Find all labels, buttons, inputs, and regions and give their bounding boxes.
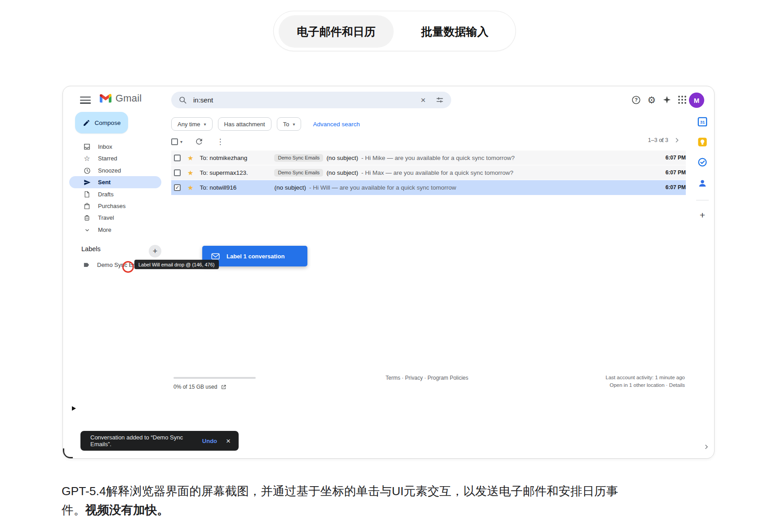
subject: (no subject) — [326, 169, 358, 176]
more-options-icon[interactable]: ⋮ — [216, 137, 225, 146]
snippet: - Hi Will — are you available for a quic… — [309, 184, 456, 191]
chip-any-time[interactable]: Any time ▾ — [171, 117, 213, 131]
star-icon[interactable]: ★ — [187, 184, 193, 191]
footer-policies[interactable]: Terms · Privacy · Program Policies — [360, 375, 494, 381]
email-row-3-selected[interactable]: ✓ ★ To: notwill916 (no subject) - Hi Wil… — [171, 180, 686, 195]
sparkle-icon[interactable] — [662, 95, 672, 105]
star-icon[interactable]: ★ — [187, 155, 193, 161]
hamburger-menu-icon[interactable] — [80, 97, 91, 104]
clear-search-icon[interactable]: × — [421, 95, 426, 105]
svg-text:?: ? — [635, 97, 638, 102]
gmail-window: Gmail in:sent × ? ⚙ — [62, 86, 715, 459]
row-checkbox-checked[interactable]: ✓ — [174, 184, 181, 191]
play-cursor-triangle — [72, 406, 76, 411]
apps-grid-icon[interactable] — [678, 95, 688, 105]
luggage-icon — [83, 214, 91, 222]
create-label-button[interactable]: + — [149, 245, 161, 257]
sidebar-item-sent[interactable]: Sent — [69, 176, 161, 188]
recipient: To: notwill916 — [200, 184, 274, 191]
select-dropdown-icon[interactable]: ▾ — [180, 139, 182, 144]
snackbar-toast: Conversation added to “Demo Sync Emails”… — [80, 431, 239, 451]
action-tooltip: Label Will email drop @ (146, 476) — [134, 260, 219, 269]
sidebar-item-more[interactable]: More — [69, 224, 161, 236]
star-outline-icon: ☆ — [83, 155, 91, 162]
older-page-icon[interactable] — [673, 136, 682, 145]
star-icon[interactable]: ★ — [187, 169, 193, 176]
tasks-icon[interactable] — [697, 157, 707, 167]
sidebar-item-snoozed[interactable]: Snoozed — [69, 164, 161, 177]
storage-text: 0% of 15 GB used — [173, 384, 227, 390]
email-row-1[interactable]: ★ To: notmikezhang Demo Sync Emails (no … — [171, 151, 686, 165]
external-link-icon[interactable] — [221, 384, 227, 390]
timestamp: 6:07 PM — [666, 169, 686, 176]
sidebar-item-drafts[interactable]: Drafts — [69, 188, 161, 200]
toggle-option-email-calendar[interactable]: 电子邮件和日历 — [279, 15, 394, 48]
label-chip[interactable]: Demo Sync Emails — [274, 169, 323, 177]
calendar-icon[interactable]: 31 — [697, 117, 707, 127]
list-toolbar: ▾ ⋮ — [171, 134, 225, 149]
toggle-option-batch-data[interactable]: 批量数据输入 — [399, 15, 511, 48]
caption: GPT-5.4解释浏览器界面的屏幕截图，并通过基于坐标的单击与UI元素交互，以发… — [62, 482, 704, 519]
chevron-down-icon: ▾ — [204, 122, 206, 127]
sidebar-item-starred[interactable]: ☆ Starred — [69, 152, 161, 164]
recipient: To: supermax123. — [200, 169, 274, 176]
keep-icon[interactable] — [697, 137, 707, 147]
sidebar-item-purchases[interactable]: Purchases — [69, 200, 161, 212]
page: 电子邮件和日历 批量数据输入 Gmail — [0, 0, 764, 532]
caption-line2: 件。 — [62, 503, 85, 517]
chip-to[interactable]: To ▾ — [277, 117, 302, 131]
send-icon — [83, 178, 91, 186]
subject: (no subject) — [326, 155, 358, 161]
storage-meter — [173, 377, 256, 379]
email-row-2[interactable]: ★ To: supermax123. Demo Sync Emails (no … — [171, 165, 686, 180]
search-filter-chips: Any time ▾ Has attachment To ▾ Advanced … — [171, 117, 360, 131]
pencil-icon — [83, 119, 90, 127]
subject: (no subject) — [274, 184, 306, 191]
select-all-checkbox[interactable] — [171, 138, 178, 145]
settings-gear-icon[interactable]: ⚙ — [647, 95, 657, 105]
gmail-logo: Gmail — [100, 93, 142, 104]
avatar[interactable]: M — [689, 93, 704, 108]
rail-divider — [696, 200, 709, 200]
close-icon[interactable]: × — [226, 437, 231, 445]
gmail-logo-text: Gmail — [115, 93, 142, 104]
recipient: To: notmikezhang — [200, 155, 274, 161]
click-annotation-circle — [122, 261, 134, 273]
refresh-icon[interactable] — [195, 137, 204, 146]
snippet: - Hi Max — are you available for a quick… — [361, 169, 513, 176]
compose-label: Compose — [95, 120, 121, 126]
svg-text:31: 31 — [700, 120, 705, 124]
label-chip[interactable]: Demo Sync Emails — [274, 154, 323, 162]
timestamp: 6:07 PM — [666, 184, 686, 191]
advanced-search-link[interactable]: Advanced search — [313, 121, 360, 128]
caption-line1: GPT-5.4解释浏览器界面的屏幕截图，并通过基于坐标的单击与UI元素交互，以发… — [62, 484, 618, 498]
snippet: - Hi Mike — are you available for a quic… — [361, 155, 515, 161]
corner-mark — [62, 448, 73, 459]
shopping-bag-icon — [83, 202, 91, 210]
search-options-icon[interactable] — [435, 96, 444, 104]
clock-icon — [83, 167, 91, 174]
sidebar-item-inbox[interactable]: Inbox — [69, 141, 161, 153]
sidebar-item-travel[interactable]: Travel — [69, 212, 161, 224]
toast-message: Conversation added to “Demo Sync Emails”… — [90, 434, 191, 448]
view-toggle: 电子邮件和日历 批量数据输入 — [273, 11, 516, 51]
undo-button[interactable]: Undo — [202, 438, 217, 444]
inbox-icon — [83, 143, 91, 151]
contacts-icon[interactable] — [697, 178, 707, 188]
account-activity: Last account activity: 1 minute ago Open… — [606, 374, 685, 389]
caption-line2-bold: 视频没有加快。 — [85, 503, 169, 517]
search-icon[interactable] — [178, 96, 187, 104]
search-input[interactable]: in:sent — [193, 96, 421, 104]
get-add-ons-button[interactable]: + — [697, 210, 707, 220]
newer-page-icon[interactable] — [658, 136, 667, 145]
row-checkbox[interactable] — [174, 155, 181, 161]
draft-icon — [83, 191, 91, 198]
chip-has-attachment[interactable]: Has attachment — [218, 117, 271, 131]
compose-button[interactable]: Compose — [75, 112, 128, 133]
show-side-panel-icon[interactable] — [703, 443, 710, 451]
search-bar[interactable]: in:sent × — [171, 92, 451, 108]
timestamp: 6:07 PM — [666, 155, 686, 161]
row-checkbox[interactable] — [174, 169, 181, 176]
chevron-down-icon: ▾ — [293, 122, 295, 127]
help-icon[interactable]: ? — [631, 95, 641, 105]
